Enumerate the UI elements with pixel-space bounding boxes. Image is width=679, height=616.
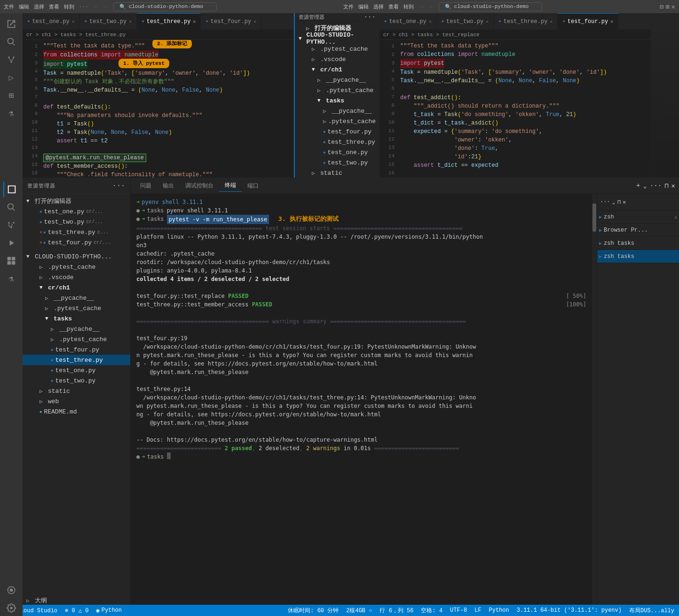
tab-close[interactable]: ✕ — [253, 19, 256, 24]
right-panel-zsh-1[interactable]: ▶ zsh ⚠ — [597, 211, 679, 224]
tab-test-three-left[interactable]: ● test_three.py ✕ — [137, 13, 201, 30]
status-python-version[interactable]: 3.11.1 64-bit ('3.11.1': pyenv) — [517, 607, 622, 615]
act-git-main[interactable] — [3, 217, 19, 233]
win-maximize[interactable]: ⊞ — [665, 3, 669, 11]
act-search-top[interactable] — [3, 34, 19, 50]
nav-back-right[interactable]: ← — [418, 3, 425, 10]
open-file-test-three[interactable]: ✕ ◆ test_three.py c... — [23, 227, 130, 237]
win-minimize[interactable]: ⊟ — [660, 3, 663, 11]
tab-close[interactable]: ✕ — [550, 19, 553, 24]
menu-select-right[interactable]: 选择 — [373, 3, 384, 10]
top-right-test-three[interactable]: ◆ test_three.py — [295, 137, 379, 147]
tree-tasks[interactable]: ▼ tasks — [23, 313, 130, 324]
act-ext-top[interactable]: ⊞ — [3, 87, 19, 103]
tab-debug-console[interactable]: 调试控制台 — [180, 180, 219, 192]
tree-test-two[interactable]: ◆ test_two.py — [23, 375, 130, 386]
menu-view-right[interactable]: 查看 — [388, 3, 399, 10]
status-python[interactable]: ◉ Python — [96, 607, 122, 614]
right-panel-browser[interactable]: ▶ Browser Pr... — [597, 224, 679, 237]
top-right-static[interactable]: ▷ static — [295, 168, 379, 178]
menu-file-left[interactable]: 文件 — [4, 3, 14, 10]
top-right-pytest-cache2[interactable]: ▷ .pytest_cache — [295, 85, 379, 95]
menu-edit-left[interactable]: 编辑 — [19, 3, 29, 10]
right-panel-more[interactable]: ··· — [600, 199, 610, 205]
tree-pycache2[interactable]: ▷ __pycache__ — [23, 324, 130, 334]
tab-ports[interactable]: 端口 — [242, 180, 264, 192]
top-right-pytest-cache3[interactable]: ▷ .pytest_cache — [295, 116, 379, 126]
menu-view-left[interactable]: 查看 — [49, 3, 59, 10]
tree-test-four[interactable]: ◆ test_four.py — [23, 344, 130, 355]
right-panel-chevron[interactable]: ⌄ — [612, 199, 616, 206]
act-git-top[interactable] — [3, 52, 19, 68]
menu-select-left[interactable]: 选择 — [34, 3, 44, 10]
act-settings-main[interactable] — [3, 600, 19, 616]
act-extensions-main[interactable] — [3, 253, 19, 269]
top-right-pycache[interactable]: ▷ __pycache__ — [295, 75, 379, 85]
tree-static[interactable]: ▷ static — [23, 386, 130, 396]
tab-close[interactable]: ✕ — [429, 19, 432, 24]
tree-readme[interactable]: ◆ README.md — [23, 406, 130, 417]
act-test-top[interactable]: ⚗ — [3, 105, 19, 121]
tab-test-four-left[interactable]: ● test_four.py ✕ — [201, 13, 261, 30]
tree-test-three[interactable]: ◆ test_three.py — [23, 355, 130, 365]
status-layout[interactable]: 布局DUS...ally — [629, 607, 674, 615]
project-header[interactable]: ▼ CLOUD-STUDIO-PYTHO... — [23, 251, 130, 262]
right-panel-zsh-tasks-2[interactable]: ▶ zsh tasks — [597, 250, 679, 263]
tab-test-three-right[interactable]: ● test_three.py ✕ — [494, 13, 558, 30]
tab-test-four-right[interactable]: ● test_four.py ✕ — [558, 13, 618, 30]
status-spaces[interactable]: 空格: 4 — [421, 607, 442, 615]
tab-close[interactable]: ✕ — [193, 19, 196, 24]
menu-goto-left[interactable]: 转到 — [64, 3, 74, 10]
nav-forward-left[interactable]: → — [102, 3, 108, 10]
open-editors-header[interactable]: ▼ 打开的编辑器 — [23, 196, 130, 206]
search-bar-right[interactable]: 🔍 cloud-studio-python-demo — [439, 2, 542, 11]
win-close[interactable]: ✕ — [671, 3, 675, 11]
menu-goto-right[interactable]: 转到 — [403, 3, 414, 10]
act-debug-top[interactable]: ▷ — [3, 70, 19, 86]
status-sleep[interactable]: 休眠时间: 60 分钟 — [288, 607, 339, 615]
tab-terminal[interactable]: 终端 — [219, 179, 242, 192]
tree-pytest-cache[interactable]: ▷ .pytest_cache — [23, 262, 130, 272]
top-right-project[interactable]: ▼ CLOUD-STUDIO-PYTHO... — [295, 33, 379, 44]
tab-close[interactable]: ✕ — [486, 19, 489, 24]
status-eol[interactable]: LF — [474, 607, 481, 615]
terminal-chevron-icon[interactable]: ⌄ — [643, 182, 647, 190]
status-lang[interactable]: Python — [489, 607, 509, 615]
terminal-maximize-icon[interactable]: ⊓ — [664, 182, 668, 190]
tab-test-one-right[interactable]: ● test_one.py ✕ — [379, 13, 437, 30]
tree-pycache[interactable]: ▷ __pycache__ — [23, 293, 130, 303]
panel-more-icon[interactable]: ··· — [364, 13, 376, 21]
tab-close[interactable]: ✕ — [610, 19, 613, 24]
nav-back-left[interactable]: ← — [93, 3, 100, 10]
tab-close[interactable]: ✕ — [72, 19, 75, 24]
tree-test-one[interactable]: ◆ test_one.py — [23, 365, 130, 375]
tab-problems[interactable]: 问题 — [134, 180, 157, 192]
top-right-tasks[interactable]: ▼ tasks — [295, 95, 379, 106]
top-right-test-one[interactable]: ◆ test_one.py — [295, 147, 379, 157]
status-encoding[interactable]: UTF-8 — [450, 607, 467, 615]
menu-edit-right[interactable]: 编辑 — [358, 3, 369, 10]
tab-test-one-left[interactable]: ● test_one.py ✕ — [23, 13, 80, 30]
tab-output[interactable]: 输出 — [157, 180, 180, 192]
sidebar-menu-icon[interactable]: ··· — [112, 182, 126, 189]
act-explorer-main[interactable] — [3, 181, 19, 197]
top-right-vscode[interactable]: ▷ .vscode — [295, 54, 379, 64]
status-cpu[interactable]: 2核4GB ○ — [346, 607, 372, 615]
right-panel-collapse[interactable]: ⊓ — [617, 199, 621, 206]
close-icon[interactable]: ✕ — [39, 240, 42, 245]
search-bar-left[interactable]: 🔍 cloud-studio-python-demo — [113, 2, 217, 11]
outline-section[interactable]: ▷ 大纲 — [23, 595, 130, 606]
menu-file-right[interactable]: 文件 — [343, 3, 354, 10]
top-right-test-two[interactable]: ◆ test_two.py — [295, 157, 379, 168]
tab-close[interactable]: ✕ — [129, 19, 132, 24]
menu-more-left[interactable]: ··· — [79, 4, 88, 9]
status-errors[interactable]: ⊗ 0 △ 0 — [65, 607, 88, 614]
open-file-test-one[interactable]: ◆ test_one.py cr/... — [23, 206, 130, 217]
open-file-test-four[interactable]: ✕ ◆ test_four.py cr/... — [23, 237, 130, 248]
tree-cr[interactable]: ▼ cr/ch1 — [23, 282, 130, 293]
act-debug-main[interactable] — [3, 235, 19, 251]
act-flask-main[interactable]: ⚗ — [3, 271, 19, 287]
tree-pytest-cache2[interactable]: ▷ .pytest_cache — [23, 303, 130, 313]
nav-forward-right[interactable]: → — [427, 3, 434, 10]
terminal-scrollbar[interactable] — [592, 194, 597, 616]
